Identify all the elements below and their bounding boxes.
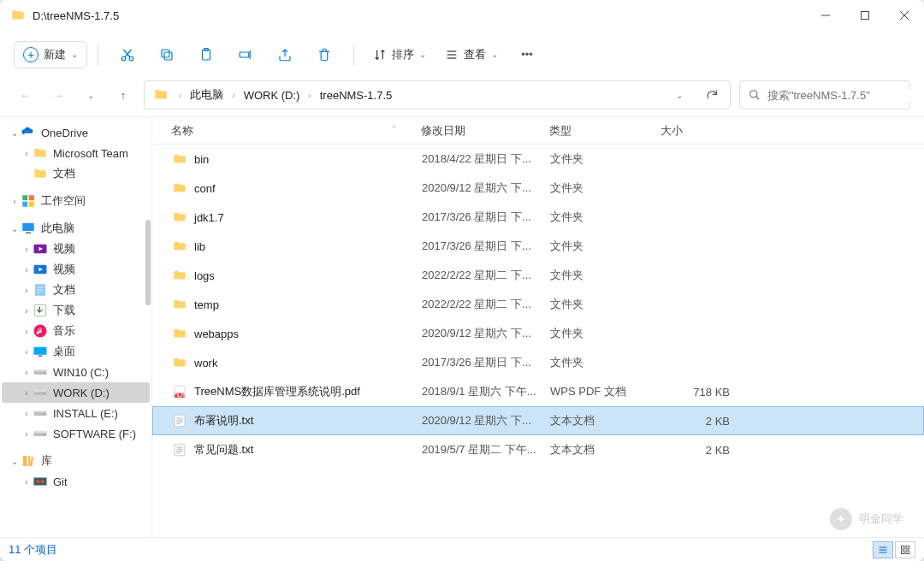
sidebar-item-label: WORK (D:) bbox=[53, 387, 110, 399]
file-row[interactable]: bin2018/4/22 星期日 下...文件夹 bbox=[152, 145, 924, 174]
up-button[interactable]: ↑ bbox=[111, 83, 135, 107]
svg-rect-46 bbox=[34, 431, 47, 433]
address-dropdown-button[interactable]: ⌄ bbox=[666, 82, 692, 108]
sidebar-item[interactable]: ›INSTALL (E:) bbox=[2, 403, 150, 423]
file-row[interactable]: lib2017/3/26 星期日 下...文件夹 bbox=[152, 232, 924, 261]
chevron-right-icon: › bbox=[175, 91, 185, 100]
maximize-button[interactable] bbox=[845, 0, 885, 31]
view-icon bbox=[445, 48, 459, 62]
video-purple-icon bbox=[33, 241, 48, 257]
searchbox[interactable] bbox=[739, 80, 910, 109]
svg-rect-21 bbox=[29, 195, 34, 200]
sidebar-item-label: 库 bbox=[41, 453, 52, 469]
search-input[interactable] bbox=[767, 89, 911, 102]
column-header-type[interactable]: 类型 bbox=[549, 123, 660, 139]
file-name-label: 布署说明.txt bbox=[194, 413, 253, 428]
sidebar-item[interactable]: ›文档 bbox=[2, 280, 150, 300]
view-button[interactable]: 查看 ⌄ bbox=[436, 42, 506, 68]
column-headers: 名称 ˆ 修改日期 类型 大小 bbox=[152, 117, 924, 145]
breadcrumb-item[interactable]: treeNMS-1.7.5 bbox=[318, 86, 394, 104]
file-date: 2017/3/26 星期日 下... bbox=[422, 210, 550, 225]
column-header-name[interactable]: 名称 ˆ bbox=[171, 123, 421, 139]
folder-icon bbox=[172, 268, 187, 283]
delete-button[interactable] bbox=[305, 39, 343, 70]
new-button[interactable]: + 新建 ⌄ bbox=[14, 41, 87, 68]
scrollbar[interactable] bbox=[145, 220, 151, 305]
chevron-icon: › bbox=[21, 245, 33, 254]
sidebar-item[interactable]: ›音乐 bbox=[2, 321, 150, 341]
sidebar-item[interactable]: ›Git bbox=[2, 471, 150, 492]
more-button[interactable]: ••• bbox=[508, 39, 546, 70]
doc-icon bbox=[33, 282, 48, 298]
sidebar-item[interactable]: ›视频 bbox=[2, 239, 150, 259]
chevron-icon: › bbox=[21, 429, 33, 439]
svg-point-47 bbox=[44, 434, 45, 435]
file-row[interactable]: 布署说明.txt2020/9/12 星期六 下...文本文档2 KB bbox=[152, 406, 924, 435]
sidebar-item[interactable]: ›WORK (D:) bbox=[2, 382, 150, 403]
column-header-date[interactable]: 修改日期 bbox=[421, 123, 549, 139]
sidebar-item-label: 工作空间 bbox=[41, 193, 86, 209]
file-list[interactable]: bin2018/4/22 星期日 下...文件夹conf2020/9/12 星期… bbox=[152, 145, 924, 537]
paste-button[interactable] bbox=[187, 39, 225, 70]
sidebar[interactable]: ⌄OneDrive›Microsoft Team文档›工作空间⌄此电脑›视频›视… bbox=[0, 117, 152, 537]
sidebar-item[interactable]: ›SOFTWARE (F:) bbox=[2, 423, 150, 444]
chevron-right-icon: › bbox=[228, 91, 238, 100]
cut-button[interactable] bbox=[109, 39, 146, 70]
file-type: 文本文档 bbox=[550, 413, 661, 428]
svg-rect-34 bbox=[34, 347, 47, 355]
file-row[interactable]: work2017/3/26 星期日 下...文件夹 bbox=[152, 348, 924, 377]
file-row[interactable]: conf2020/9/12 星期六 下...文件夹 bbox=[152, 174, 924, 203]
sidebar-item[interactable]: ›桌面 bbox=[2, 341, 150, 362]
chevron-icon: › bbox=[21, 347, 33, 357]
sidebar-item[interactable]: ›视频 bbox=[2, 259, 150, 280]
column-header-size[interactable]: 大小 bbox=[660, 123, 729, 139]
watermark-text: 明金同学 bbox=[859, 511, 903, 527]
refresh-button[interactable] bbox=[699, 82, 725, 108]
recent-button[interactable]: ⌄ bbox=[79, 83, 103, 107]
sidebar-item[interactable]: ⌄此电脑 bbox=[2, 218, 150, 239]
close-button[interactable] bbox=[885, 0, 924, 31]
file-row[interactable]: webapps2020/9/12 星期六 下...文件夹 bbox=[152, 319, 924, 348]
file-type: 文件夹 bbox=[550, 268, 661, 283]
sidebar-item[interactable]: ›工作空间 bbox=[2, 191, 150, 211]
file-date: 2018/9/1 星期六 下午... bbox=[422, 384, 550, 399]
file-row[interactable]: logs2022/2/22 星期二 下...文件夹 bbox=[152, 261, 924, 290]
file-type: 文件夹 bbox=[550, 180, 661, 196]
video-blue-icon bbox=[33, 262, 48, 277]
sidebar-item[interactable]: ›下载 bbox=[2, 300, 150, 321]
folder-icon bbox=[172, 151, 187, 167]
sidebar-item-label: SOFTWARE (F:) bbox=[53, 428, 136, 440]
sidebar-item[interactable]: ›Microsoft Team bbox=[2, 143, 150, 163]
sidebar-item[interactable]: 文档 bbox=[2, 163, 150, 184]
svg-rect-22 bbox=[22, 202, 27, 207]
file-row[interactable]: jdk1.72017/3/26 星期日 下...文件夹 bbox=[152, 203, 924, 232]
back-button[interactable]: ← bbox=[14, 83, 38, 107]
file-name-label: temp bbox=[194, 298, 219, 311]
folder-icon bbox=[33, 145, 48, 161]
sidebar-item[interactable]: ⌄OneDrive bbox=[2, 122, 150, 143]
minimize-button[interactable] bbox=[806, 0, 845, 31]
copy-button[interactable] bbox=[148, 39, 186, 70]
txt-icon bbox=[172, 413, 187, 428]
sidebar-item[interactable]: ⌄库 bbox=[2, 451, 150, 471]
file-row[interactable]: PDFTreeNMS数据库管理系统说明.pdf2018/9/1 星期六 下午..… bbox=[152, 377, 924, 406]
sort-icon bbox=[373, 48, 387, 62]
file-row[interactable]: 常见问题.txt2019/5/7 星期二 下午...文本文档2 KB bbox=[152, 435, 924, 464]
file-size: 718 KB bbox=[661, 386, 730, 399]
rename-button[interactable] bbox=[227, 39, 264, 70]
thumbnails-view-button[interactable] bbox=[895, 541, 915, 558]
sort-button[interactable]: 排序 ⌄ bbox=[364, 42, 435, 68]
sidebar-item[interactable]: ›WIN10 (C:) bbox=[2, 362, 150, 382]
chevron-icon: › bbox=[21, 477, 33, 487]
svg-rect-25 bbox=[26, 233, 31, 234]
breadcrumb-item[interactable]: 此电脑 bbox=[188, 85, 225, 105]
file-type: WPS PDF 文档 bbox=[550, 384, 661, 399]
share-button[interactable] bbox=[266, 39, 304, 70]
file-size: 2 KB bbox=[661, 415, 730, 428]
file-row[interactable]: temp2022/2/22 星期二 下...文件夹 bbox=[152, 290, 924, 319]
addressbar[interactable]: › 此电脑 › WORK (D:) › treeNMS-1.7.5 ⌄ bbox=[144, 80, 731, 109]
details-view-button[interactable] bbox=[873, 541, 893, 558]
forward-button[interactable]: → bbox=[46, 83, 70, 107]
breadcrumb-item[interactable]: WORK (D:) bbox=[242, 86, 302, 104]
txt-icon bbox=[172, 442, 187, 458]
